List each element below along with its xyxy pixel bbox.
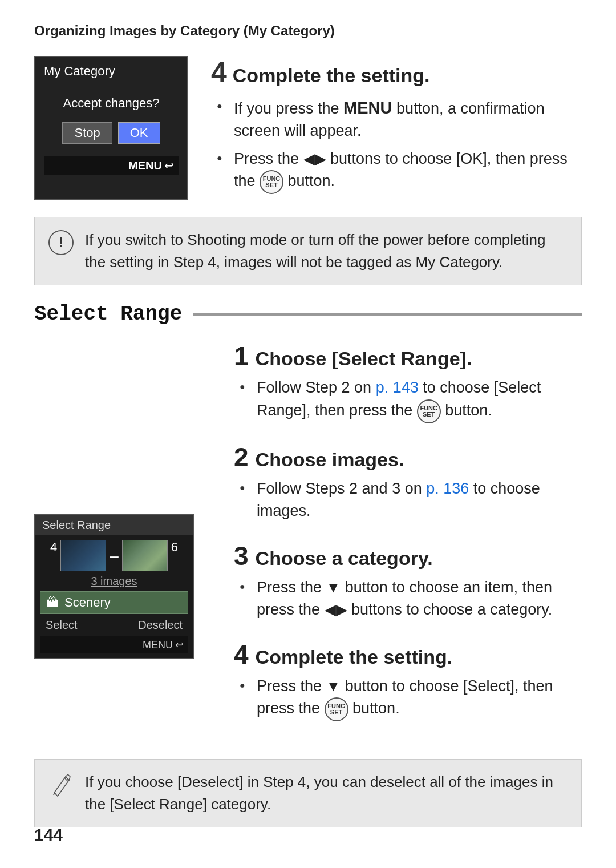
bullet-item: Press the ▼ button to choose an item, th… xyxy=(240,576,582,621)
camera-menu-bar-top: MENU ↩ xyxy=(44,156,179,175)
camera-screen-top: My Category Accept changes? Stop OK MENU… xyxy=(34,56,188,200)
cs2-image-right xyxy=(122,540,168,571)
down-arrow-4: ▼ xyxy=(326,676,341,697)
steps-right: 1 Choose [Select Range]. Follow Step 2 o… xyxy=(211,343,582,742)
spacer xyxy=(34,343,211,503)
section-complete-top: My Category Accept changes? Stop OK MENU… xyxy=(34,56,582,200)
menu-arrow-top: ↩ xyxy=(164,159,174,172)
cs2-menu-arrow: ↩ xyxy=(175,639,184,651)
notice-icon-top: ! xyxy=(48,230,74,255)
step4-bullets-top: If you press the MENU button, a confirma… xyxy=(211,96,582,194)
camera-screen-question: Accept changes? xyxy=(44,96,179,111)
step3-title-row: 3 Choose a category. xyxy=(234,543,582,570)
step1-number: 1 xyxy=(234,343,249,369)
step4-title-row-top: 4 Complete the setting. xyxy=(211,56,582,89)
step2-link: p. 136 xyxy=(426,480,469,497)
page-number: 144 xyxy=(34,825,63,845)
select-range-title: Select Range xyxy=(34,302,182,326)
page-container: Organizing Images by Category (My Catego… xyxy=(0,0,616,862)
cs2-dash: – xyxy=(110,547,119,565)
pencil-icon xyxy=(50,772,72,797)
step2-title-row: 2 Choose images. xyxy=(234,444,582,471)
cs2-deselect-label: Deselect xyxy=(138,619,183,632)
cs2-menu-label: MENU xyxy=(143,639,173,651)
step4-heading-top: Complete the setting. xyxy=(233,64,430,87)
step3-number: 3 xyxy=(234,543,249,569)
bullet-item: If you press the MENU button, a confirma… xyxy=(217,96,582,142)
func-set-btn-4: FUNCSET xyxy=(325,697,348,721)
notice-box-top: ! If you switch to Shooting mode or turn… xyxy=(34,217,582,285)
ok-button: OK xyxy=(118,122,160,144)
cs2-image-left xyxy=(60,540,106,571)
bullet-item: Follow Steps 2 and 3 on p. 136 to choose… xyxy=(240,478,582,522)
func-set-btn: FUNCSET xyxy=(260,170,283,194)
cs2-images-row: 4 – 6 xyxy=(40,540,188,571)
step3-block: 3 Choose a category. Press the ▼ button … xyxy=(234,543,582,621)
cs2-body: 4 – 6 3 images 🏔 Scenery Select Deselect xyxy=(35,535,193,658)
note-text-bottom: If you choose [Deselect] in Step 4, you … xyxy=(85,771,568,815)
page-header: Organizing Images by Category (My Catego… xyxy=(34,23,582,39)
steps-container: Select Range 4 – 6 3 images 🏔 Scenery xyxy=(34,343,582,742)
camera-screen-buttons: Stop OK xyxy=(44,122,179,144)
lr-arrow-3: ◀▶ xyxy=(325,599,347,621)
menu-label-top: MENU xyxy=(128,159,162,172)
cs2-select-label: Select xyxy=(46,619,78,632)
stop-button: Stop xyxy=(62,122,112,144)
step4-number: 4 xyxy=(234,641,249,668)
step4-block: 4 Complete the setting. Press the ▼ butt… xyxy=(234,641,582,721)
step1-bullets: Follow Step 2 on p. 143 to choose [Selec… xyxy=(234,377,582,423)
cs2-num-right: 6 xyxy=(171,540,178,555)
down-arrow-3: ▼ xyxy=(326,577,341,599)
cs2-num-left: 4 xyxy=(50,540,57,555)
cs2-count: 3 images xyxy=(91,575,137,588)
step2-heading: Choose images. xyxy=(256,449,404,471)
cs2-menu-bar: MENU ↩ xyxy=(40,636,188,653)
select-range-header: Select Range xyxy=(34,302,582,326)
step4-title-row: 4 Complete the setting. xyxy=(234,641,582,668)
step2-bullets: Follow Steps 2 and 3 on p. 136 to choose… xyxy=(234,478,582,522)
func-set-btn-1: FUNCSET xyxy=(417,399,441,423)
step4-heading: Complete the setting. xyxy=(256,646,453,668)
lr-arrow: ◀▶ xyxy=(303,148,326,170)
step1-heading: Choose [Select Range]. xyxy=(256,348,472,370)
bullet-item: Follow Step 2 on p. 143 to choose [Selec… xyxy=(240,377,582,423)
step1-title-row: 1 Choose [Select Range]. xyxy=(234,343,582,370)
select-range-line xyxy=(193,313,582,316)
cs2-category-row: 🏔 Scenery xyxy=(40,591,188,614)
cs2-header: Select Range xyxy=(35,515,193,535)
cs2-cat-icon: 🏔 xyxy=(46,595,59,610)
step4-content-top: 4 Complete the setting. If you press the… xyxy=(211,56,582,200)
bullet-item: Press the ◀▶ buttons to choose [OK], the… xyxy=(217,148,582,194)
camera-screen-title: My Category xyxy=(44,64,179,79)
step3-heading: Choose a category. xyxy=(256,547,433,570)
cs2-footer: Select Deselect xyxy=(40,619,188,632)
note-icon xyxy=(48,772,74,797)
step1-block: 1 Choose [Select Range]. Follow Step 2 o… xyxy=(234,343,582,423)
cs2-cat-name: Scenery xyxy=(64,595,111,610)
step1-link: p. 143 xyxy=(376,379,419,396)
menu-bold: MENU xyxy=(343,99,392,117)
camera-screen-body: Accept changes? Stop OK xyxy=(44,90,179,156)
step2-block: 2 Choose images. Follow Steps 2 and 3 on… xyxy=(234,444,582,522)
step4-number-top: 4 xyxy=(211,56,227,89)
camera-screen-select-range: Select Range 4 – 6 3 images 🏔 Scenery xyxy=(34,514,194,659)
step3-bullets: Press the ▼ button to choose an item, th… xyxy=(234,576,582,621)
step2-number: 2 xyxy=(234,444,249,470)
notice-text-top: If you switch to Shooting mode or turn o… xyxy=(85,229,568,273)
note-box-bottom: If you choose [Deselect] in Step 4, you … xyxy=(34,759,582,827)
bullet-item: Press the ▼ button to choose [Select], t… xyxy=(240,675,582,721)
step4-bullets: Press the ▼ button to choose [Select], t… xyxy=(234,675,582,721)
steps-left: Select Range 4 – 6 3 images 🏔 Scenery xyxy=(34,343,211,742)
